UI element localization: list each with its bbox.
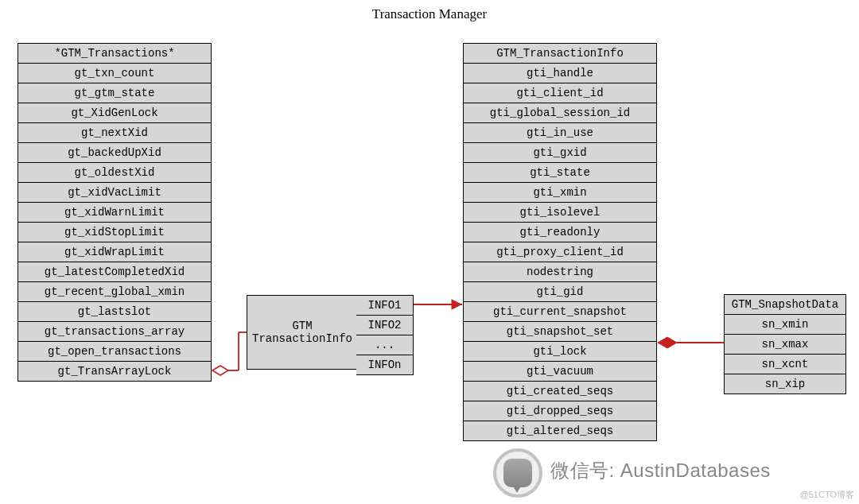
label-line: GTM bbox=[292, 320, 312, 332]
relation-composition bbox=[658, 337, 724, 348]
table-gtm-txninfo-array-slots: INFO1 INFO2 ... INFOn bbox=[356, 295, 414, 375]
table-row: gt_backedUpXid bbox=[18, 143, 211, 163]
table-row: gt_open_transactions bbox=[18, 342, 211, 362]
table-row: sn_xmin bbox=[725, 315, 845, 335]
table-row: gt_TransArrayLock bbox=[18, 362, 211, 381]
table-row: sn_xmax bbox=[725, 335, 845, 355]
table-row: gti_handle bbox=[464, 64, 656, 83]
table-row: gti_lock bbox=[464, 342, 656, 362]
label-line: TransactionInfo bbox=[252, 332, 352, 345]
table-row: gti_global_session_id bbox=[464, 103, 656, 123]
table-row: INFO2 bbox=[356, 316, 413, 335]
table-row: nodestring bbox=[464, 262, 656, 282]
table-row: gt_latestCompletedXid bbox=[18, 262, 211, 282]
table-row: gti_vacuum bbox=[464, 362, 656, 382]
table-gtm-snapshotdata: GTM_SnapshotData sn_xmin sn_xmax sn_xcnt… bbox=[724, 294, 846, 394]
svg-marker-0 bbox=[212, 366, 228, 375]
watermark-credit: @51CTO博客 bbox=[800, 489, 854, 501]
table-gtm-txninfo-array-label: GTM TransactionInfo bbox=[247, 295, 358, 370]
watermark-name: AustinDatabases bbox=[620, 459, 771, 481]
diagram-title: Transaction Manager bbox=[0, 6, 859, 22]
table-row: gt_xidVacLimit bbox=[18, 183, 211, 203]
table-row: gt_gtm_state bbox=[18, 83, 211, 103]
table-header: GTM_TransactionInfo bbox=[464, 44, 656, 64]
table-row: gti_altered_seqs bbox=[464, 421, 656, 440]
table-row: sn_xip bbox=[725, 374, 845, 394]
table-row: gt_txn_count bbox=[18, 64, 211, 83]
table-row: INFOn bbox=[356, 355, 413, 374]
table-row: gt_xidStopLimit bbox=[18, 223, 211, 242]
watermark-prefix: 微信号: bbox=[550, 459, 615, 481]
table-row: gti_readonly bbox=[464, 223, 656, 242]
relation-aggregation bbox=[212, 332, 247, 375]
table-gtm-transactioninfo: GTM_TransactionInfo gti_handle gti_clien… bbox=[463, 43, 657, 441]
table-row: gti_client_id bbox=[464, 83, 656, 103]
table-row: INFO1 bbox=[356, 296, 413, 316]
table-row: gt_xidWarnLimit bbox=[18, 203, 211, 223]
table-row: gti_gxid bbox=[464, 143, 656, 163]
table-row: gti_isolevel bbox=[464, 203, 656, 223]
table-row: gt_nextXid bbox=[18, 123, 211, 143]
table-row: ... bbox=[356, 335, 413, 355]
table-row: gti_state bbox=[464, 163, 656, 183]
table-row: gt_oldestXid bbox=[18, 163, 211, 183]
table-row: sn_xcnt bbox=[725, 355, 845, 374]
wechat-icon bbox=[493, 448, 542, 498]
table-row: gt_lastslot bbox=[18, 302, 211, 322]
table-row: gt_xidWrapLimit bbox=[18, 242, 211, 262]
table-row: gt_transactions_array bbox=[18, 322, 211, 342]
table-row: gt_XidGenLock bbox=[18, 103, 211, 123]
svg-marker-5 bbox=[658, 337, 677, 348]
table-header: GTM_SnapshotData bbox=[725, 295, 845, 315]
table-row: gti_gid bbox=[464, 282, 656, 302]
table-row: gt_recent_global_xmin bbox=[18, 282, 211, 302]
table-row: gti_proxy_client_id bbox=[464, 242, 656, 262]
table-header: *GTM_Transactions* bbox=[18, 44, 211, 64]
table-row: gti_dropped_seqs bbox=[464, 401, 656, 421]
table-row: gti_created_seqs bbox=[464, 382, 656, 401]
table-gtm-transactions: *GTM_Transactions* gt_txn_count gt_gtm_s… bbox=[17, 43, 212, 382]
table-row: gti_current_snapshot bbox=[464, 302, 656, 322]
table-row: gti_in_use bbox=[464, 123, 656, 143]
watermark-text: 微信号: AustinDatabases bbox=[550, 458, 771, 483]
table-row: gti_xmin bbox=[464, 183, 656, 203]
table-row: gti_snapshot_set bbox=[464, 322, 656, 342]
